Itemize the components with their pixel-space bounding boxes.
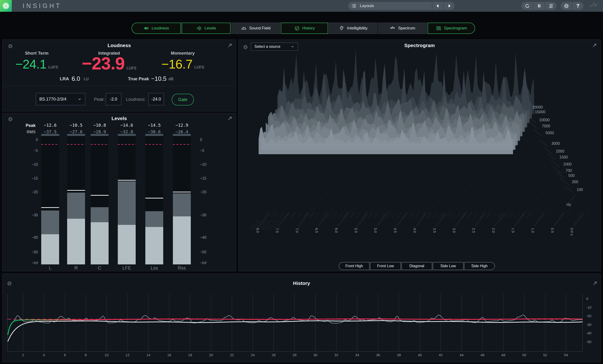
speaker-icon bbox=[143, 25, 149, 31]
lra-label: LRA bbox=[60, 76, 69, 81]
meter-Rss bbox=[173, 136, 191, 264]
gate-button[interactable]: Gate bbox=[172, 94, 194, 105]
view-button-diagonal[interactable]: Diagonal bbox=[401, 262, 432, 270]
levels-scale-label-left: −20 bbox=[3, 190, 38, 194]
tri-left-icon bbox=[436, 3, 440, 8]
reset-meters-button[interactable] bbox=[545, 2, 557, 10]
freq-label-2000: 2000 bbox=[556, 149, 564, 154]
levels-icon bbox=[196, 25, 202, 31]
history-x-label-30: 30 bbox=[313, 353, 317, 357]
view-button-front-low[interactable]: Front Low bbox=[370, 262, 401, 270]
channel-label-C: C bbox=[98, 265, 101, 271]
peak-target-input[interactable]: -2.0 bbox=[106, 93, 121, 105]
history-chart[interactable] bbox=[3, 274, 600, 362]
levels-scale-label-left: −50 bbox=[3, 250, 38, 254]
spectrogram-3d-view[interactable] bbox=[239, 40, 600, 271]
freq-label-5000: 5000 bbox=[545, 131, 554, 135]
rms-value-LFE: −32.8 bbox=[120, 129, 133, 134]
meter-rms-fill bbox=[173, 216, 191, 264]
ear-icon bbox=[339, 25, 345, 31]
history-x-label-52: 52 bbox=[543, 353, 547, 357]
time-label-0.5: 0.5 bbox=[550, 228, 555, 233]
izotope-scribble-logo bbox=[587, 2, 600, 10]
view-button-front-high[interactable]: Front High bbox=[339, 262, 370, 270]
freq-label-300: 300 bbox=[572, 180, 578, 184]
meter-rms-fill bbox=[145, 227, 163, 264]
threshold-dashed-line bbox=[118, 144, 136, 145]
meter-peak-hold-line bbox=[173, 192, 191, 192]
loudness-panel: Loudness Short Term Integrated Momentary… bbox=[2, 40, 236, 111]
loudness-expand-icon[interactable] bbox=[227, 43, 232, 48]
tab-sound-field[interactable]: Sound Field bbox=[231, 23, 280, 34]
tab-label: Intelligibility bbox=[347, 26, 368, 31]
meter-cap bbox=[41, 134, 59, 136]
freq-label-1000: 1000 bbox=[563, 162, 572, 166]
view-buttons-group: Front HighFront LowDiagonalSide LowSide … bbox=[339, 262, 495, 270]
peak-value-LFE: −14.6 bbox=[120, 123, 133, 128]
view-button-side-high[interactable]: Side High bbox=[464, 262, 495, 270]
tab-spectrum[interactable]: Spectrum bbox=[378, 23, 427, 34]
levels-expand-icon[interactable] bbox=[227, 116, 232, 121]
meter-tab-bar: LoudnessLevelsSound FieldHistoryIntellig… bbox=[131, 23, 475, 34]
time-label-3.5: 3.5 bbox=[433, 228, 437, 233]
scribble-icon bbox=[587, 2, 600, 10]
freq-label-1500: 1500 bbox=[559, 155, 568, 159]
history-x-label-2: 2 bbox=[22, 353, 24, 357]
settings-button[interactable] bbox=[561, 2, 572, 10]
channel-label-L: L bbox=[49, 265, 51, 271]
loop-icon bbox=[524, 3, 530, 9]
peak-value-R: −10.5 bbox=[70, 123, 82, 128]
meter-peak-hold-line bbox=[145, 198, 163, 198]
tab-intelligibility[interactable]: Intelligibility bbox=[329, 23, 378, 34]
loudness-target-label: Loudness: bbox=[126, 97, 146, 102]
levels-scale-label-right: −20 bbox=[200, 190, 206, 194]
freq-label-7000: 7000 bbox=[542, 124, 550, 128]
tab-spectrogram[interactable]: Spectrogram bbox=[428, 23, 475, 34]
history-x-label-20: 20 bbox=[209, 353, 213, 357]
pause-button[interactable] bbox=[533, 2, 545, 10]
meter-cap bbox=[91, 134, 109, 136]
help-button[interactable]: ? bbox=[572, 2, 583, 10]
meter-peak-hold-line bbox=[67, 190, 85, 191]
levels-scale-label-left: 0 bbox=[3, 138, 38, 142]
history-x-label-22: 22 bbox=[230, 353, 234, 357]
meter-Lss bbox=[145, 136, 163, 264]
layout-next-button[interactable] bbox=[444, 2, 455, 10]
meter-cap bbox=[118, 134, 136, 136]
time-label-0.0s: 0.0 s bbox=[570, 228, 574, 236]
app-title: INSIGHT bbox=[23, 2, 62, 10]
rms-value-C: −28.9 bbox=[93, 129, 106, 134]
loudness-target-input[interactable]: -24.0 bbox=[148, 93, 164, 105]
tri-right-icon bbox=[447, 3, 452, 8]
history-x-label-38: 38 bbox=[397, 353, 401, 357]
loudness-standard-dropdown[interactable]: BS.1770-2/3/4 bbox=[36, 93, 85, 105]
tab-history[interactable]: History bbox=[281, 23, 328, 34]
layout-prev-button[interactable] bbox=[432, 2, 443, 10]
history-x-label-44: 44 bbox=[460, 353, 464, 357]
channel-label-Rss: Rss bbox=[178, 265, 186, 271]
freq-unit-label: Hz bbox=[567, 203, 571, 207]
history-x-label-26: 26 bbox=[272, 353, 276, 357]
rms-value-R: −27.6 bbox=[70, 129, 82, 134]
view-button-side-low[interactable]: Side Low bbox=[433, 262, 464, 270]
history-x-label-34: 34 bbox=[355, 353, 359, 357]
rms-value-Lss: −30.6 bbox=[148, 129, 161, 134]
history-x-label-50: 50 bbox=[522, 353, 526, 357]
meter-LFE bbox=[118, 136, 136, 264]
levels-panel-title: Levels bbox=[3, 116, 236, 121]
momentary-label: Momentary bbox=[171, 51, 195, 56]
time-label-2.0: 2.0 bbox=[492, 228, 496, 233]
meter-peak-hold-line bbox=[118, 180, 136, 181]
threshold-dashed-line bbox=[91, 144, 109, 145]
history-loop-button[interactable] bbox=[521, 2, 533, 10]
layouts-selector[interactable]: Layouts bbox=[360, 2, 432, 10]
history-icon bbox=[294, 25, 300, 31]
tab-loudness[interactable]: Loudness bbox=[131, 23, 181, 34]
freq-label-700: 700 bbox=[566, 169, 572, 173]
tab-levels[interactable]: Levels bbox=[182, 23, 231, 34]
history-x-label-36: 36 bbox=[376, 353, 380, 357]
layouts-menu-button[interactable] bbox=[348, 2, 360, 10]
tab-label: Spectrogram bbox=[444, 26, 467, 31]
integrated-value: −23.9LUFS bbox=[82, 53, 136, 73]
tab-label: History bbox=[302, 26, 315, 31]
